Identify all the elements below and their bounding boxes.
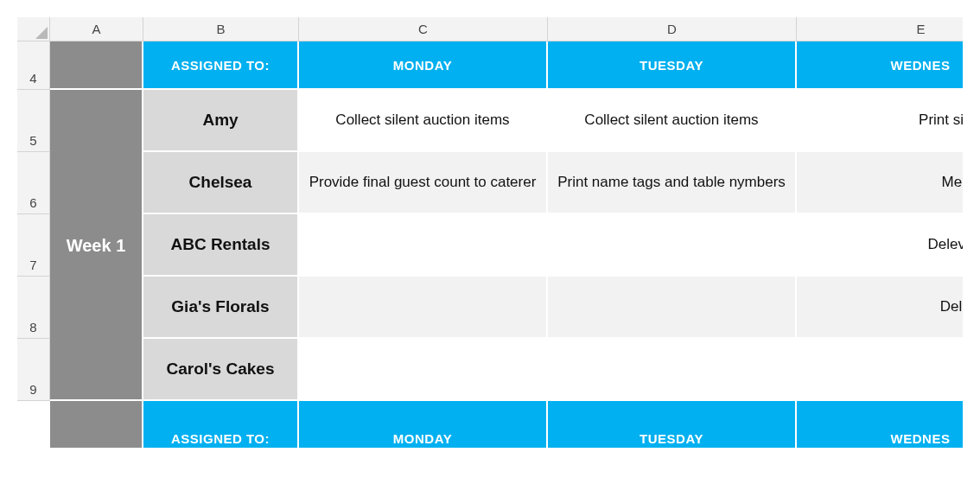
col-header-a[interactable]: A [50, 17, 143, 41]
cell-d6[interactable]: Print name tags and table nymbers [548, 152, 797, 214]
cell-a9[interactable] [50, 339, 143, 401]
table-row: ASSIGNED TO: MONDAY TUESDAY WEDNES [50, 41, 963, 90]
cell-b7[interactable]: ABC Rentals [143, 214, 299, 277]
table-row: Amy Collect silent auction items Collect… [50, 90, 963, 152]
col-header-d[interactable]: D [548, 17, 797, 41]
cell-e4[interactable]: WEDNES [797, 41, 963, 90]
column-headers: A B C D E [50, 17, 963, 41]
cell-e8[interactable]: Deliver table ar [797, 277, 963, 339]
cell-e10[interactable]: WEDNES [797, 401, 963, 449]
cell-c10[interactable]: MONDAY [299, 401, 548, 449]
cell-c8[interactable] [299, 277, 548, 339]
cell-b4[interactable]: ASSIGNED TO: [143, 41, 299, 90]
cell-b9[interactable]: Carol's Cakes [143, 339, 299, 401]
cell-a6[interactable] [50, 152, 143, 214]
select-all-triangle[interactable] [17, 17, 50, 41]
cell-d4[interactable]: TUESDAY [548, 41, 797, 90]
cell-grid: ASSIGNED TO: MONDAY TUESDAY WEDNES Amy C… [50, 41, 963, 449]
table-row: Chelsea Provide final guest count to cat… [50, 152, 963, 214]
row-header-9[interactable]: 9 [17, 339, 50, 401]
row-headers: 4 5 6 7 8 9 [17, 41, 50, 401]
col-header-e[interactable]: E [797, 17, 963, 41]
cell-e9[interactable]: Deliver cu [797, 339, 963, 401]
row-header-5[interactable]: 5 [17, 90, 50, 152]
cell-c4[interactable]: MONDAY [299, 41, 548, 90]
cell-a8[interactable] [50, 277, 143, 339]
table-row: Carol's Cakes Deliver cu [50, 339, 963, 401]
cell-a10[interactable] [50, 401, 143, 449]
row-header-6[interactable]: 6 [17, 152, 50, 214]
cell-d7[interactable] [548, 214, 797, 277]
cell-c9[interactable] [299, 339, 548, 401]
cell-b8[interactable]: Gia's Florals [143, 277, 299, 339]
table-row: Week 1 ABC Rentals Delever chairs ar [50, 214, 963, 277]
col-header-c[interactable]: C [299, 17, 548, 41]
row-header-7[interactable]: 7 [17, 214, 50, 277]
cell-d10[interactable]: TUESDAY [548, 401, 797, 449]
cell-b6[interactable]: Chelsea [143, 152, 299, 214]
cell-d9[interactable] [548, 339, 797, 401]
col-header-b[interactable]: B [143, 17, 299, 41]
cell-e5[interactable]: Print silent auction [797, 90, 963, 152]
spreadsheet-viewport: A B C D E 4 5 6 7 8 9 ASSIGNED TO: MONDA… [17, 17, 963, 467]
cell-b5[interactable]: Amy [143, 90, 299, 152]
cell-c7[interactable] [299, 214, 548, 277]
cell-b10[interactable]: ASSIGNED TO: [143, 401, 299, 449]
table-row: ASSIGNED TO: MONDAY TUESDAY WEDNES [50, 401, 963, 449]
cell-d8[interactable] [548, 277, 797, 339]
cell-c6[interactable]: Provide final guest count to caterer [299, 152, 548, 214]
cell-d5[interactable]: Collect silent auction items [548, 90, 797, 152]
cell-a4[interactable] [50, 41, 143, 90]
cell-a5[interactable] [50, 90, 143, 152]
cell-c5[interactable]: Collect silent auction items [299, 90, 548, 152]
row-header-4[interactable]: 4 [17, 41, 50, 90]
cell-a7-week-label[interactable]: Week 1 [50, 214, 143, 277]
row-header-8[interactable]: 8 [17, 277, 50, 339]
table-row: Gia's Florals Deliver table ar [50, 277, 963, 339]
cell-e7[interactable]: Delever chairs ar [797, 214, 963, 277]
cell-e6[interactable]: Meet vendors f [797, 152, 963, 214]
